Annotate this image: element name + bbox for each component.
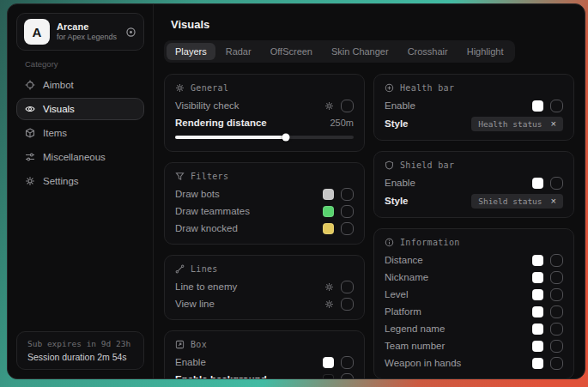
sliders-icon bbox=[25, 152, 35, 162]
tab-radar[interactable]: Radar bbox=[217, 43, 260, 60]
color-swatch[interactable] bbox=[532, 255, 543, 266]
shield-enable-checkbox[interactable] bbox=[550, 177, 563, 190]
platform-checkbox[interactable] bbox=[550, 305, 563, 318]
section-title: General bbox=[191, 83, 228, 93]
right-column: Health bar Enable Style Health status bbox=[373, 74, 574, 378]
color-swatch[interactable] bbox=[532, 178, 543, 189]
setting-label: Rendering distance bbox=[175, 118, 267, 128]
subscription-panel: Sub expires in 9d 23h Session duration 2… bbox=[16, 331, 144, 370]
color-swatch[interactable] bbox=[532, 289, 543, 300]
draw-bots-checkbox[interactable] bbox=[341, 188, 354, 201]
gear-icon[interactable] bbox=[324, 282, 334, 292]
color-swatch[interactable] bbox=[532, 100, 543, 112]
shield-style-value: Shield status bbox=[478, 197, 542, 206]
app-header: A Arcane for Apex Legends bbox=[16, 13, 144, 51]
color-swatch[interactable] bbox=[323, 374, 334, 379]
draw-knocked-checkbox[interactable] bbox=[341, 222, 354, 235]
line-to-enemy-checkbox[interactable] bbox=[341, 281, 354, 293]
section-general: General Visibility check bbox=[164, 74, 365, 152]
nickname-checkbox[interactable] bbox=[550, 271, 563, 284]
sidebar-item-label: Miscellaneous bbox=[43, 152, 106, 162]
sidebar-item-label: Items bbox=[43, 128, 67, 138]
setting-label: Level bbox=[385, 289, 409, 299]
shield-style-select[interactable]: Shield status × bbox=[471, 194, 563, 209]
setting-row: Weapon in hands bbox=[385, 354, 563, 372]
color-swatch[interactable] bbox=[323, 357, 334, 368]
main-panel: Visuals Players Radar OffScreen Skin Cha… bbox=[154, 4, 585, 378]
box-background-checkbox[interactable] bbox=[341, 373, 354, 379]
color-swatch[interactable] bbox=[532, 324, 543, 335]
team-number-checkbox[interactable] bbox=[550, 340, 563, 353]
color-swatch[interactable] bbox=[532, 306, 543, 317]
setting-row: Style Shield status × bbox=[385, 191, 563, 210]
distance-checkbox[interactable] bbox=[550, 254, 563, 267]
setting-label: Draw knocked bbox=[175, 223, 238, 233]
setting-label: Style bbox=[385, 118, 409, 129]
app-window: A Arcane for Apex Legends Category Aimbo… bbox=[7, 3, 585, 379]
session-duration: Session duration 2m 54s bbox=[27, 352, 133, 362]
rendering-distance-slider[interactable] bbox=[175, 136, 354, 139]
setting-row: Enable bbox=[385, 174, 563, 191]
sidebar-item-settings[interactable]: Settings bbox=[16, 170, 144, 192]
gear-icon[interactable] bbox=[324, 299, 334, 309]
info-icon bbox=[385, 238, 394, 247]
setting-label: Enable bbox=[175, 357, 206, 367]
color-swatch[interactable] bbox=[532, 272, 543, 283]
tab-players[interactable]: Players bbox=[167, 43, 215, 60]
visibility-check-checkbox[interactable] bbox=[341, 100, 354, 112]
page-title: Visuals bbox=[171, 18, 574, 31]
tab-skin-changer[interactable]: Skin Changer bbox=[323, 43, 397, 60]
tab-highlight[interactable]: Highlight bbox=[458, 43, 512, 60]
sidebar-item-items[interactable]: Items bbox=[16, 122, 144, 144]
setting-label: Enable bbox=[385, 178, 415, 188]
sidebar-item-label: Aimbot bbox=[43, 80, 74, 90]
setting-row: Platform bbox=[385, 303, 563, 320]
color-swatch[interactable] bbox=[532, 358, 543, 369]
section-title: Box bbox=[191, 340, 207, 349]
setting-label: Weapon in hands bbox=[385, 358, 461, 368]
setting-row: Enable bbox=[385, 97, 563, 114]
setting-label: Team number bbox=[385, 341, 445, 351]
setting-row: Distance bbox=[385, 251, 563, 269]
weapon-in-hands-checkbox[interactable] bbox=[550, 357, 563, 370]
section-title: Filters bbox=[191, 172, 228, 181]
setting-row: View line bbox=[175, 295, 354, 312]
gear-icon[interactable] bbox=[324, 101, 334, 111]
sidebar-item-visuals[interactable]: Visuals bbox=[16, 98, 144, 120]
rendering-distance-value: 250m bbox=[330, 118, 354, 128]
box-icon bbox=[175, 340, 185, 349]
health-style-value: Health status bbox=[478, 119, 542, 129]
tab-offscreen[interactable]: OffScreen bbox=[262, 43, 321, 60]
close-icon[interactable]: × bbox=[551, 119, 556, 129]
setting-row: Draw knocked bbox=[175, 220, 354, 237]
color-swatch[interactable] bbox=[323, 223, 334, 234]
subscription-expiry: Sub expires in 9d 23h bbox=[27, 339, 133, 348]
setting-row: Draw teammates bbox=[175, 203, 354, 220]
health-enable-checkbox[interactable] bbox=[550, 100, 563, 112]
draw-teammates-checkbox[interactable] bbox=[341, 205, 354, 218]
box-enable-checkbox[interactable] bbox=[341, 356, 354, 369]
target-icon[interactable] bbox=[125, 27, 136, 38]
view-line-checkbox[interactable] bbox=[341, 298, 354, 311]
sidebar-nav: Aimbot Visuals Items bbox=[8, 74, 153, 192]
slider-thumb[interactable] bbox=[282, 134, 289, 142]
sidebar-item-aimbot[interactable]: Aimbot bbox=[16, 74, 144, 96]
setting-label: Legend name bbox=[385, 324, 445, 334]
setting-row: Level bbox=[385, 286, 563, 303]
health-style-select[interactable]: Health status × bbox=[471, 117, 563, 131]
setting-label: Nickname bbox=[385, 272, 428, 282]
app-tagline: for Apex Legends bbox=[57, 33, 118, 42]
slider-fill bbox=[175, 136, 286, 139]
funnel-icon bbox=[175, 172, 185, 181]
crosshair-icon bbox=[25, 80, 35, 90]
sidebar-item-miscellaneous[interactable]: Miscellaneous bbox=[16, 146, 144, 168]
gear-icon bbox=[25, 176, 35, 186]
color-swatch[interactable] bbox=[323, 189, 334, 200]
level-checkbox[interactable] bbox=[550, 288, 563, 301]
close-icon[interactable]: × bbox=[551, 197, 556, 206]
tab-crosshair[interactable]: Crosshair bbox=[399, 43, 457, 60]
color-swatch[interactable] bbox=[323, 206, 334, 217]
color-swatch[interactable] bbox=[532, 341, 543, 352]
legend-name-checkbox[interactable] bbox=[550, 323, 563, 336]
section-title: Lines bbox=[191, 264, 218, 274]
